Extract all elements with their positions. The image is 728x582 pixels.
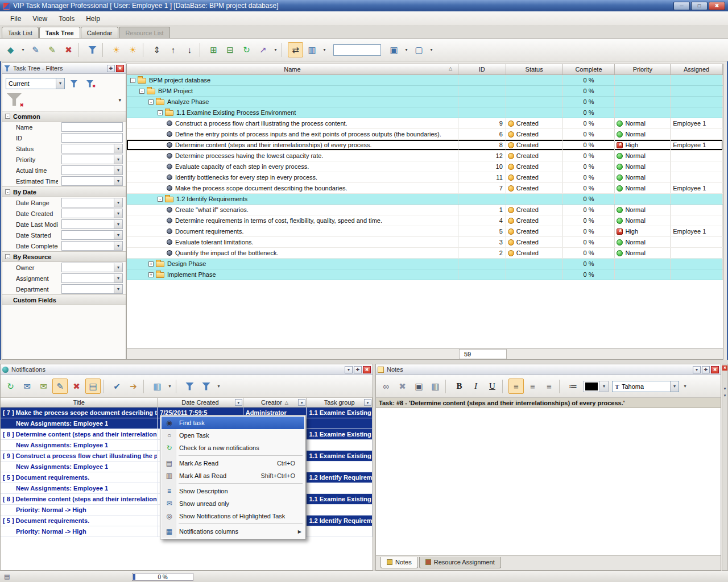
expander-icon[interactable]: - — [158, 197, 163, 202]
filter-value-select[interactable]: ▾ — [61, 273, 123, 283]
filter-dropdown-icon[interactable]: ▾ — [298, 399, 305, 406]
tree-row[interactable]: Evaluate capacity of each step in every … — [127, 161, 723, 172]
menu-show-notifications-of-highlighted-task[interactable]: ◎ Show Notifications of Highlighted Task — [162, 510, 304, 522]
pin-icon[interactable]: ✚ — [107, 65, 115, 72]
tree-row[interactable]: Determine content (steps and their inter… — [127, 140, 723, 151]
horizontal-splitter[interactable] — [0, 360, 728, 364]
filter-value-select[interactable]: ▾ — [61, 209, 123, 218]
clear-filter-button[interactable]: ✖ — [83, 77, 97, 90]
tree-row[interactable]: - 1.1 Examine Existing Process Environme… — [127, 107, 723, 118]
chevron-down-icon[interactable]: ▾ — [118, 97, 121, 103]
mark-read-button[interactable]: ✔ — [109, 379, 125, 394]
columns-dropdown[interactable]: ▾ — [166, 379, 173, 394]
filter-group-header[interactable]: - By Date — [2, 186, 126, 197]
notes-editor[interactable] — [376, 409, 721, 555]
pin-icon[interactable]: ✚ — [354, 366, 362, 373]
filter-button[interactable] — [182, 379, 197, 394]
tree-row[interactable]: - Analyze Phase 0 % — [127, 97, 723, 107]
font-select[interactable]: T Tahoma ▾ — [612, 381, 679, 392]
align-right-button[interactable]: ≡ — [541, 379, 557, 394]
column-header[interactable]: ID — [458, 64, 506, 74]
filter-value-select[interactable]: ▾ — [61, 133, 123, 143]
filter-dropdown-icon[interactable]: ▾ — [364, 399, 371, 406]
filter-dropdown-icon[interactable]: ▾ — [235, 399, 242, 406]
toggle-layout-button[interactable]: ⇄ — [288, 42, 303, 57]
font-color-button[interactable]: ▾ — [583, 381, 609, 392]
refresh-button[interactable]: ↻ — [239, 42, 254, 57]
view-tab[interactable]: Task Tree — [39, 27, 80, 38]
dock-icon[interactable]: ▾ — [345, 366, 353, 373]
chevron-down-icon[interactable]: ▾ — [724, 393, 726, 398]
columns-dropdown[interactable]: ▾ — [321, 42, 328, 57]
tree-row[interactable]: + Design Phase 0 % — [127, 259, 723, 269]
filter-edit-button[interactable] — [198, 379, 214, 394]
columns-button[interactable]: ▥ — [304, 42, 320, 57]
filter-value-select[interactable]: ▾ — [61, 198, 123, 207]
view-options-button[interactable]: ▢ — [411, 42, 427, 57]
underline-button[interactable]: U — [485, 379, 500, 394]
pin-icon[interactable]: ✚ — [702, 366, 710, 373]
expander-icon[interactable]: - — [139, 89, 144, 94]
close-icon[interactable]: ✖ — [722, 365, 727, 371]
bold-button[interactable]: B — [452, 379, 467, 394]
filter-value-select[interactable]: ▾ — [61, 241, 123, 251]
move-task-button[interactable]: ⇕ — [149, 42, 164, 57]
filter-value-select[interactable]: ▾ — [61, 144, 123, 153]
menu-item[interactable]: Tools — [53, 13, 80, 25]
bullet-list-button[interactable]: ≔ — [565, 379, 581, 394]
filter-value-select[interactable]: ▾ — [61, 155, 123, 164]
view-tab[interactable]: Calendar — [81, 27, 119, 38]
edit-task-button[interactable]: ✎ — [28, 42, 43, 57]
collapse-all-button[interactable]: ⊟ — [222, 42, 238, 57]
move-up-button[interactable]: ↑ — [166, 42, 181, 57]
filter-group-header[interactable]: - Common — [2, 111, 126, 122]
filter-dropdown[interactable]: ▾ — [215, 379, 222, 394]
form-editor-button[interactable]: ▣ — [386, 42, 402, 57]
tree-row[interactable]: Make the process scope document describi… — [127, 183, 723, 194]
tree-row[interactable]: - BPM Project 0 % — [127, 86, 723, 97]
edit-filter-button[interactable] — [67, 77, 81, 90]
column-header[interactable]: Assigned — [671, 64, 723, 74]
close-icon[interactable]: ✖ — [116, 65, 124, 72]
filter-value-select[interactable]: ▾ — [61, 284, 123, 294]
menu-show-description[interactable]: ≡ Show Description — [162, 485, 304, 497]
view-options-dropdown[interactable]: ▾ — [428, 42, 435, 57]
duplicate-task-button[interactable]: ✎ — [44, 42, 60, 57]
update-status-button[interactable]: ☀ — [109, 42, 124, 57]
menu-notifications-columns[interactable]: ▦ Notifications columns ▶ — [162, 525, 304, 538]
filter-value-select[interactable]: ▾ — [61, 165, 123, 175]
view-tab[interactable]: Task List — [2, 27, 39, 38]
filter-button[interactable] — [85, 42, 100, 57]
filter-value-select[interactable]: ▾ — [61, 230, 123, 240]
form-editor-dropdown[interactable]: ▾ — [403, 42, 410, 57]
expander-icon[interactable]: - — [158, 110, 163, 115]
tree-row[interactable]: - BPM project database 0 % — [127, 75, 723, 86]
view-tab[interactable]: Resource List — [119, 27, 169, 38]
move-down-button[interactable]: ↓ — [182, 42, 197, 57]
expander-icon[interactable]: + — [148, 272, 154, 277]
menu-find-task[interactable]: ◉ Find task — [162, 417, 304, 429]
delete-task-button[interactable]: ✖ — [61, 42, 76, 57]
menu-open-task[interactable]: ○ Open Task — [162, 429, 304, 442]
menu-mark-all-as-read[interactable]: ▥ Mark All as Read Shift+Ctrl+O — [162, 469, 304, 482]
tree-row[interactable]: Determine requirements in terms of cost,… — [127, 215, 723, 226]
filter-value-select[interactable]: ▾ — [61, 219, 123, 229]
expander-icon[interactable]: + — [148, 261, 154, 267]
notes-tab[interactable]: Resource Assignment — [419, 557, 501, 568]
filter-group-header[interactable]: - By Resource — [2, 251, 126, 262]
insert-object-button[interactable]: ∞ — [378, 379, 394, 394]
collapse-icon[interactable]: - — [5, 114, 10, 119]
edit-notification-button[interactable]: ✎ — [52, 379, 68, 394]
reply-notification-button[interactable]: ✉ — [36, 379, 51, 394]
refresh-notifications-button[interactable]: ↻ — [3, 379, 18, 394]
minimize-button[interactable]: ─ — [673, 2, 690, 10]
edit-status-button[interactable]: ☀ — [125, 42, 140, 57]
delete-notification-button[interactable]: ✖ — [69, 379, 84, 394]
acknowledge-button[interactable]: ➔ — [126, 379, 141, 394]
tree-row[interactable]: Document requirements. 5 Created 0 % Hig… — [127, 226, 723, 237]
column-header[interactable]: Title ▾ — [1, 398, 158, 407]
close-button[interactable]: ✖ — [709, 2, 725, 10]
close-icon[interactable]: ✖ — [711, 366, 719, 373]
tree-row[interactable]: Create "what if" scenarios. 1 Created 0 … — [127, 205, 723, 215]
collapse-icon[interactable]: - — [5, 189, 10, 194]
